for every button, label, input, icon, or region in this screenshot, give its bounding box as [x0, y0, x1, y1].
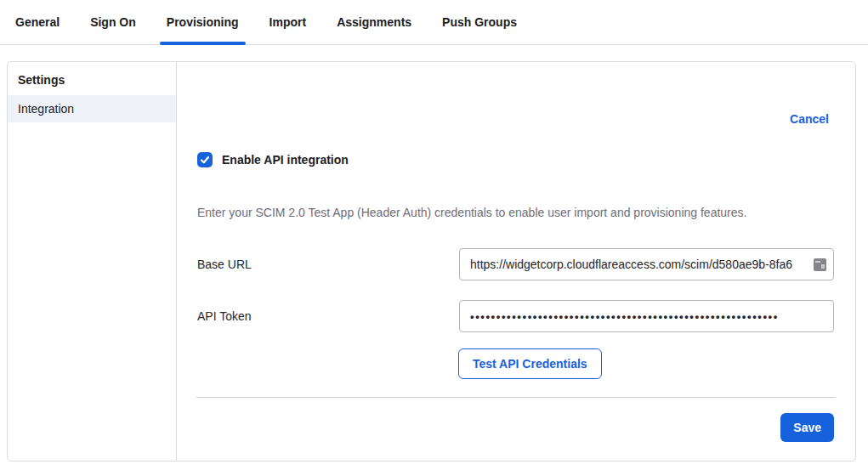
base-url-row: Base URL: [197, 248, 834, 280]
tab-general[interactable]: General: [9, 0, 66, 44]
test-api-credentials-button[interactable]: Test API Credentials: [458, 348, 602, 379]
api-token-row: API Token: [197, 300, 834, 332]
tab-import[interactable]: Import: [263, 0, 314, 44]
enable-api-label: Enable API integration: [222, 153, 349, 167]
save-button[interactable]: Save: [780, 413, 834, 442]
provisioning-panel: Settings Integration Cancel Enable API i…: [7, 61, 856, 462]
tab-provisioning[interactable]: Provisioning: [160, 0, 246, 44]
sidebar-heading: Settings: [8, 73, 176, 95]
api-token-input-wrap: [459, 300, 834, 332]
cancel-link[interactable]: Cancel: [790, 112, 829, 126]
api-token-input[interactable]: [459, 300, 834, 332]
enable-api-row: Enable API integration: [197, 152, 349, 167]
sidebar-item-integration[interactable]: Integration: [8, 95, 176, 122]
checkmark-icon: [200, 155, 210, 165]
tab-push-groups[interactable]: Push Groups: [435, 0, 524, 44]
app-tab-bar: General Sign On Provisioning Import Assi…: [0, 0, 868, 45]
api-token-label: API Token: [197, 309, 459, 323]
base-url-label: Base URL: [197, 258, 459, 271]
tab-sign-on[interactable]: Sign On: [83, 0, 143, 44]
integration-form: Cancel Enable API integration Enter your…: [177, 62, 855, 461]
footer-divider: [196, 397, 836, 398]
credentials-description: Enter your SCIM 2.0 Test App (Header Aut…: [197, 206, 746, 219]
text-overflow-block-icon: [814, 258, 826, 271]
settings-sidebar: Settings Integration: [8, 62, 177, 461]
base-url-input-wrap: [459, 248, 834, 280]
base-url-input[interactable]: [459, 248, 834, 280]
tab-assignments[interactable]: Assignments: [330, 0, 418, 44]
enable-api-checkbox[interactable]: [197, 152, 213, 167]
